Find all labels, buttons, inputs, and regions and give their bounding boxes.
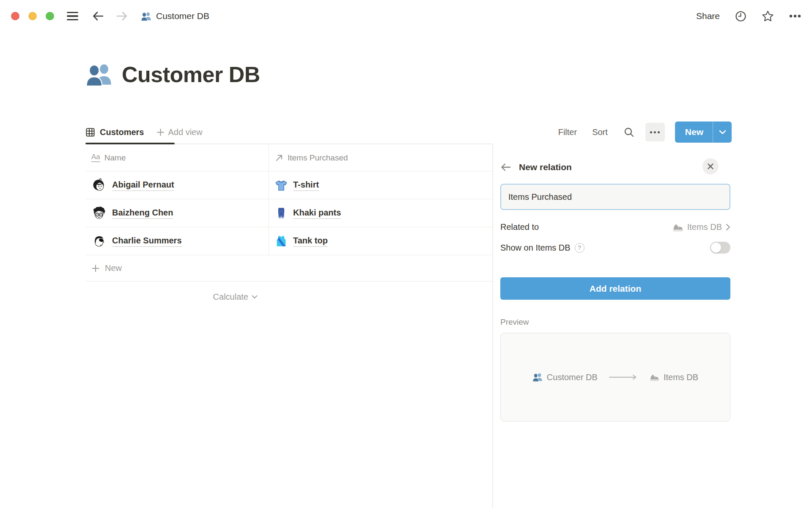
- new-row-button[interactable]: New: [85, 255, 492, 282]
- zoom-window-button[interactable]: [46, 12, 54, 20]
- sidebar-menu-button[interactable]: [67, 12, 78, 20]
- avatar-baizheng: [91, 206, 107, 221]
- panel-back-arrow-icon[interactable]: [500, 163, 511, 172]
- page-icon-customers[interactable]: [85, 61, 112, 88]
- sneaker-icon: [672, 221, 683, 233]
- column-name-label: Name: [104, 153, 126, 163]
- search-icon[interactable]: [624, 127, 634, 138]
- tank-top-icon: [275, 235, 288, 248]
- panel-header: New relation: [500, 156, 730, 179]
- tab-customers-label: Customers: [100, 127, 144, 137]
- breadcrumb[interactable]: Customer DB: [141, 11, 209, 22]
- traffic-lights: [11, 12, 54, 20]
- chevron-right-icon: [726, 224, 730, 231]
- new-row-label: New: [105, 263, 122, 273]
- share-button[interactable]: Share: [696, 11, 720, 21]
- view-more-options-button[interactable]: [645, 123, 665, 141]
- preview-source-db: Customer DB: [532, 372, 598, 382]
- page-title: Customer DB: [122, 62, 260, 87]
- column-items-label: Items Purchased: [288, 153, 348, 163]
- table-row: Baizheng Chen Khaki pants: [85, 199, 492, 227]
- items-cell[interactable]: T-shirt: [269, 171, 492, 199]
- breadcrumb-title: Customer DB: [156, 11, 209, 21]
- name-cell[interactable]: Baizheng Chen: [85, 199, 269, 227]
- t-shirt-icon: [275, 179, 288, 192]
- customer-name-link[interactable]: Charlie Summers: [112, 236, 182, 247]
- relation-preview-box: Customer DB Items DB: [500, 333, 730, 422]
- table-row: Charlie Summers Tank top: [85, 227, 492, 255]
- relation-arrow-icon: [275, 154, 283, 162]
- notion-window: Customer DB Share Customer DB: [0, 0, 812, 508]
- close-window-button[interactable]: [11, 12, 19, 20]
- customer-name-link[interactable]: Abigail Pernaut: [112, 180, 174, 191]
- customer-name-link[interactable]: Baizheng Chen: [112, 208, 173, 219]
- calculate-button[interactable]: Calculate: [85, 282, 269, 312]
- table-row: Abigail Pernaut T-shirt: [85, 171, 492, 199]
- panel-title: New relation: [519, 162, 572, 172]
- updates-clock-icon[interactable]: [735, 11, 746, 22]
- sneaker-icon: [649, 372, 659, 382]
- related-to-label: Related to: [500, 222, 539, 232]
- customers-table: Aa Name Items Purchased: [85, 144, 492, 312]
- help-icon[interactable]: ?: [575, 243, 584, 253]
- new-button-label: New: [675, 121, 713, 143]
- forward-arrow-icon[interactable]: [115, 11, 128, 22]
- preview-source-label: Customer DB: [547, 373, 598, 382]
- name-cell[interactable]: Abigail Pernaut: [85, 171, 269, 199]
- new-button-chevron-down-icon[interactable]: [713, 121, 732, 143]
- filter-button[interactable]: Filter: [558, 127, 577, 137]
- plus-icon: [91, 264, 100, 273]
- back-arrow-icon[interactable]: [92, 11, 104, 22]
- avatar-abigail: [91, 178, 107, 193]
- text-type-icon: Aa: [91, 153, 100, 162]
- table-view-icon: [85, 127, 95, 137]
- item-link[interactable]: T-shirt: [293, 180, 319, 191]
- preview-target-db: Items DB: [649, 372, 698, 382]
- column-header-items-purchased[interactable]: Items Purchased: [269, 144, 492, 171]
- tab-customers[interactable]: Customers: [85, 127, 144, 137]
- minimize-window-button[interactable]: [28, 12, 37, 20]
- related-to-value: Items DB: [687, 222, 722, 232]
- jeans-icon: [275, 207, 288, 220]
- show-on-row: Show on Items DB ?: [500, 239, 730, 256]
- relation-name-input[interactable]: [500, 184, 730, 210]
- preview-target-label: Items DB: [664, 373, 698, 382]
- table-header-row: Aa Name Items Purchased: [85, 144, 492, 171]
- more-options-icon[interactable]: [789, 14, 801, 18]
- table-footer: Calculate: [85, 282, 492, 312]
- items-cell[interactable]: Khaki pants: [269, 199, 492, 227]
- calculate-label: Calculate: [213, 292, 248, 302]
- item-link[interactable]: Khaki pants: [293, 208, 341, 219]
- items-cell[interactable]: Tank top: [269, 227, 492, 255]
- chevron-down-icon: [252, 295, 258, 299]
- add-view-button[interactable]: Add view: [156, 127, 202, 137]
- view-toolbar: Customers Add view Filter Sort New: [85, 120, 732, 144]
- add-view-label: Add view: [168, 127, 202, 137]
- customers-db-icon: [532, 372, 543, 382]
- show-on-label: Show on Items DB: [500, 243, 571, 253]
- avatar-charlie: [91, 234, 107, 249]
- toggle-knob: [711, 243, 721, 253]
- sort-button[interactable]: Sort: [592, 127, 608, 137]
- favorite-star-icon[interactable]: [762, 10, 774, 22]
- name-cell[interactable]: Charlie Summers: [85, 227, 269, 255]
- customers-db-icon: [141, 11, 151, 22]
- new-relation-panel: New relation Related to Items DB: [500, 156, 730, 422]
- column-header-name[interactable]: Aa Name: [85, 144, 269, 171]
- show-on-toggle[interactable]: [710, 242, 730, 254]
- related-to-select[interactable]: Items DB: [672, 221, 730, 233]
- related-to-row: Related to Items DB: [500, 218, 730, 235]
- plus-icon: [156, 128, 165, 136]
- page-header: Customer DB: [85, 61, 260, 88]
- panel-close-button[interactable]: [702, 158, 719, 174]
- preview-label: Preview: [500, 318, 730, 327]
- new-record-button[interactable]: New: [675, 121, 732, 143]
- panel-divider: [492, 144, 493, 508]
- relation-direction-arrow: [609, 374, 638, 380]
- item-link[interactable]: Tank top: [293, 236, 328, 247]
- add-relation-button[interactable]: Add relation: [500, 277, 730, 300]
- window-topbar: Customer DB Share: [0, 0, 812, 32]
